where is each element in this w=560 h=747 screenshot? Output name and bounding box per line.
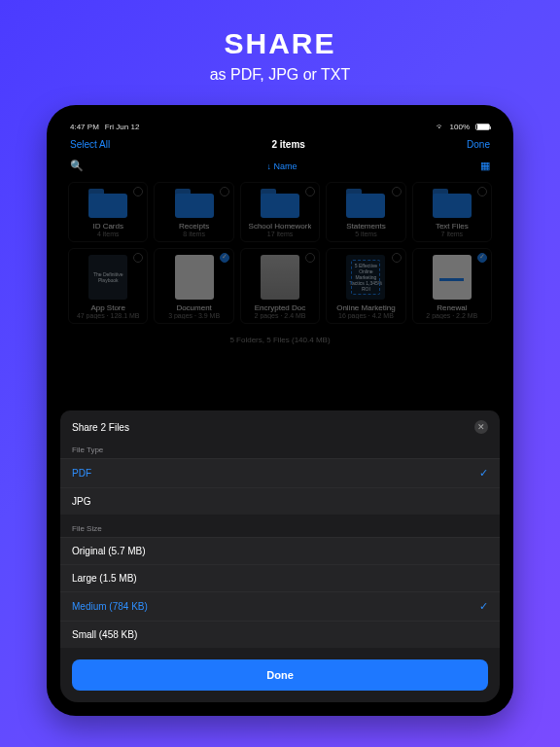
select-all-button[interactable]: Select All [70,139,110,150]
folder-tile[interactable]: ID Cards4 items [68,182,148,242]
file-thumbnail [261,255,299,300]
selection-circle[interactable] [477,253,487,263]
option-label: PDF [72,468,91,479]
layout-icon[interactable]: ▦ [480,160,490,172]
file-tile[interactable]: The Definitive PlaybookApp Store47 pages… [68,248,148,324]
file-tile[interactable]: Document3 pages · 3.9 MB [154,248,233,324]
file-name: Document [176,303,211,312]
device-frame: 4:47 PM Fri Jun 12 ᯤ 100% Select All 2 i… [47,105,513,716]
folder-icon [175,189,214,218]
close-button[interactable]: ✕ [474,420,488,434]
file-tile[interactable]: 5 Effective Online Marketing Tactics 1,3… [326,248,405,324]
selection-circle[interactable] [392,253,402,263]
option-label: Small (458 KB) [72,629,137,640]
folder-icon [346,189,385,218]
option-label: JPG [72,496,90,507]
close-icon: ✕ [477,422,485,432]
device-screen: 4:47 PM Fri Jun 12 ᯤ 100% Select All 2 i… [60,119,500,702]
file-name: Online Marketing [336,303,395,312]
folder-meta: 8 items [183,231,205,237]
folder-icon [261,189,299,218]
folder-tile[interactable]: Receipts8 items [154,182,233,242]
folder-meta: 4 items [97,231,120,237]
folder-meta: 7 items [441,231,464,237]
option-label: Large (1.5 MB) [72,573,137,584]
sheet-title: Share 2 Files [72,422,129,433]
sort-bar: 🔍 ↓ Name ▦ [60,156,500,176]
folder-meta: 17 items [267,231,293,237]
file-meta: 3 pages · 3.9 MB [168,312,220,319]
promo-title: SHARE [224,27,335,60]
wifi-icon: ᯤ [437,123,444,131]
nav-bar: Select All 2 items Done [60,133,500,156]
file-meta: 16 pages · 4.2 MB [338,312,394,319]
sort-button[interactable]: ↓ Name [84,161,480,171]
file-size-option[interactable]: Original (5.7 MB) [60,537,500,564]
folder-name: School Homework [249,222,312,231]
selection-circle[interactable] [305,187,315,196]
folder-name: ID Cards [92,222,123,231]
file-tile[interactable]: Encrypted Doc2 pages · 2.4 MB [240,248,320,324]
promo-subtitle: as PDF, JPG or TXT [210,66,351,84]
nav-title: 2 items [271,139,304,150]
file-name: Renewal [437,303,467,312]
file-name: App Store [90,303,125,312]
file-thumbnail [433,255,472,300]
selection-circle[interactable] [220,253,229,263]
folder-tile[interactable]: Statements5 items [326,182,405,242]
file-type-section-label: File Type [60,442,500,458]
file-thumbnail: The Definitive Playbook [88,255,127,300]
file-type-group: PDF✓JPG [60,458,500,515]
battery-icon [475,124,490,130]
status-bar: 4:47 PM Fri Jun 12 ᯤ 100% [60,119,500,133]
option-label: Original (5.7 MB) [72,546,146,556]
folder-icon [433,189,472,218]
content-area: ID Cards4 itemsReceipts8 itemsSchool Hom… [60,176,500,410]
selection-circle[interactable] [392,187,402,196]
file-type-option[interactable]: JPG [60,487,500,515]
selection-circle[interactable] [133,187,143,196]
folder-name: Statements [346,222,385,231]
file-thumbnail: 5 Effective Online Marketing Tactics 1,3… [346,255,385,300]
file-row: The Definitive PlaybookApp Store47 pages… [68,248,492,324]
arrow-down-icon: ↓ [266,161,271,171]
file-size-option[interactable]: Small (458 KB) [60,621,500,648]
file-size-option[interactable]: Medium (784 KB)✓ [60,591,500,621]
selection-circle[interactable] [133,253,143,263]
file-type-option[interactable]: PDF✓ [60,458,500,487]
file-name: Encrypted Doc [255,303,305,312]
checkmark-icon: ✓ [479,467,488,480]
file-meta: 2 pages · 2.4 MB [255,312,306,319]
selection-circle[interactable] [477,187,487,196]
selection-circle[interactable] [220,187,229,196]
folder-name: Text Files [436,222,469,231]
sort-label: Name [274,161,298,171]
status-date: Fri Jun 12 [105,123,140,131]
folder-tile[interactable]: School Homework17 items [240,182,320,242]
checkmark-icon: ✓ [479,600,488,613]
file-thumbnail [175,255,214,300]
search-icon[interactable]: 🔍 [70,160,84,172]
file-tile[interactable]: Renewal2 pages · 2.2 MB [412,248,492,324]
share-sheet: Share 2 Files ✕ File Type PDF✓JPG File S… [60,410,500,702]
file-size-option[interactable]: Large (1.5 MB) [60,564,500,591]
file-meta: 47 pages · 128.1 MB [77,312,140,319]
folder-row: ID Cards4 itemsReceipts8 itemsSchool Hom… [68,182,492,242]
battery-percent: 100% [450,123,470,131]
nav-done-button[interactable]: Done [467,139,490,150]
folder-icon [88,189,127,218]
status-time: 4:47 PM [70,123,99,131]
selection-circle[interactable] [305,253,315,263]
file-size-group: Original (5.7 MB)Large (1.5 MB)Medium (7… [60,537,500,648]
file-size-section-label: File Size [60,520,500,537]
done-button[interactable]: Done [72,659,488,691]
file-meta: 2 pages · 2.2 MB [426,312,477,319]
folder-name: Receipts [179,222,209,231]
footer-meta: 5 Folders, 5 Files (140.4 MB) [68,330,492,350]
folder-tile[interactable]: Text Files7 items [412,182,492,242]
option-label: Medium (784 KB) [72,601,148,612]
folder-meta: 5 items [355,231,377,237]
